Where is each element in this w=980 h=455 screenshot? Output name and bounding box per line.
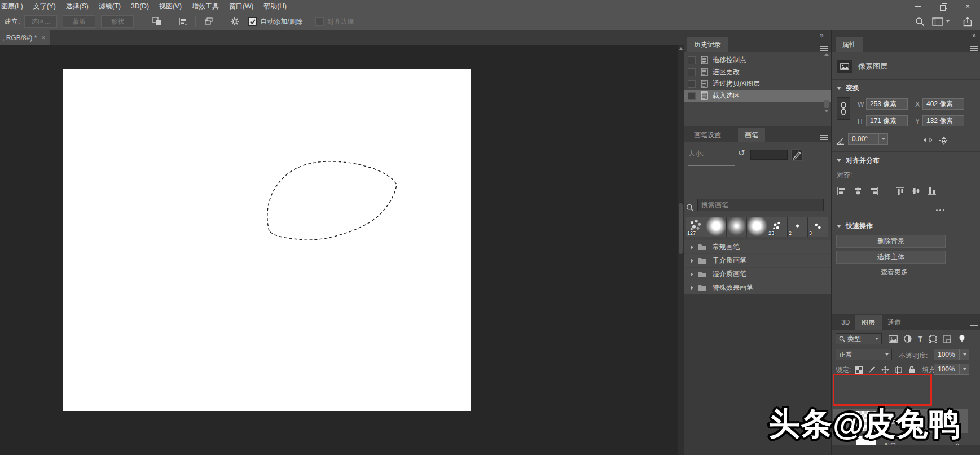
canvas-vertical-scrollbar[interactable] [678,45,684,455]
canvas-surface[interactable] [63,69,471,411]
menu-layer[interactable]: 图层(L) [0,2,28,11]
fill-dropdown[interactable] [960,364,969,375]
lock-artboard-nesting-button[interactable] [895,366,903,374]
align-left-button[interactable] [837,184,846,198]
scroll-down-arrow[interactable] [824,110,829,112]
brush-search-input[interactable] [697,199,824,211]
menu-plugins[interactable]: 增效工具 [187,2,224,11]
search-button[interactable] [912,15,928,28]
tab-brushes[interactable]: 画笔 [738,128,765,142]
y-field[interactable]: 132 像素 [922,115,964,126]
tab-brush-settings[interactable]: 画笔设置 [687,128,728,142]
auto-add-delete-option[interactable]: 自动添加/删除 [248,17,302,27]
brush-preset-soft-round[interactable] [727,217,747,237]
height-field[interactable]: 171 像素 [866,115,908,126]
blend-mode-select[interactable]: 正常 [836,349,892,360]
brush-preset-hard-round[interactable]: 2 [788,217,808,237]
brush-preset-spatter[interactable]: 23 [767,217,788,237]
brush-stroke-edit-button[interactable] [791,148,803,161]
flip-vertical-button[interactable] [939,133,948,147]
width-field[interactable]: 253 像素 [866,98,908,110]
tab-layers[interactable]: 图层 [855,315,882,330]
close-button[interactable]: × [955,0,980,12]
share-button[interactable] [960,15,975,28]
brush-preset-soft-round[interactable] [747,217,767,237]
select-subject-button[interactable]: 选择主体 [836,251,946,264]
align-section-header[interactable]: 对齐并分布 [837,156,880,165]
align-center-vertical-button[interactable] [912,184,921,198]
history-source-well[interactable] [688,56,696,64]
menu-3d[interactable]: 3D(D) [126,2,154,10]
align-right-button[interactable] [869,184,879,198]
brush-group-special-effects[interactable]: 特殊效果画笔 [684,281,831,294]
path-operations-button[interactable] [149,15,165,28]
brush-group-general[interactable]: 常规画笔 [684,240,831,253]
filter-text-layers-icon[interactable]: T [918,335,922,343]
tab-close-icon[interactable]: × [41,34,45,42]
reset-icon[interactable]: ↺ [738,148,745,158]
menu-select[interactable]: 选择(S) [61,2,94,11]
path-arrangement-button[interactable] [200,15,217,28]
path-alignment-button[interactable] [175,15,191,28]
align-more-options-button[interactable] [933,203,948,217]
scroll-up-arrow[interactable] [679,47,683,50]
history-item[interactable]: 选区更改 [684,66,819,78]
filter-pixel-layers-icon[interactable] [889,335,898,343]
scrollbar-thumb[interactable] [824,100,829,108]
tab-properties[interactable]: 属性 [836,37,863,52]
brush-preset-hard-round[interactable]: 3 [808,217,828,237]
align-center-horizontal-button[interactable] [853,184,863,198]
align-bottom-button[interactable] [928,184,937,198]
checkbox-checked-icon[interactable] [248,18,257,26]
lock-transparent-pixels-button[interactable] [855,366,863,374]
menu-type[interactable]: 文字(Y) [28,2,61,11]
history-source-well[interactable] [688,80,696,88]
align-edges-option[interactable]: 对齐边缘 [315,17,354,27]
align-top-button[interactable] [896,184,905,198]
document-tab[interactable]: , RGB/8#) * × [0,30,50,45]
flip-horizontal-button[interactable] [922,133,933,147]
menu-filter[interactable]: 滤镜(T) [94,2,126,11]
collapse-panels-icon[interactable]: » [972,32,975,40]
angle-field[interactable]: 0.00° [848,133,878,145]
filter-shape-layers-icon[interactable] [929,335,937,343]
tab-history[interactable]: 历史记录 [687,37,728,52]
brush-group-wet-media[interactable]: 湿介质画笔 [684,268,831,281]
workspace-switcher-button[interactable] [929,15,953,28]
history-item[interactable]: 通过拷贝的图层 [684,78,819,90]
scrollbar-thumb[interactable] [679,203,683,254]
tab-channels[interactable]: 通道 [881,315,908,330]
brush-size-slider[interactable] [688,165,735,166]
view-more-link[interactable]: 查看更多 [881,268,908,277]
collapse-panels-icon[interactable]: » [820,32,823,40]
lock-position-button[interactable] [881,366,889,374]
opacity-field[interactable]: 100% [934,349,960,360]
filter-smart-objects-icon[interactable] [943,335,951,343]
angle-dropdown[interactable] [878,133,888,145]
chevron-right-icon[interactable] [691,245,693,250]
filter-toggle-pin-icon[interactable] [959,335,965,343]
menu-help[interactable]: 帮助(H) [258,2,292,11]
make-mask-button[interactable]: 蒙版 [63,15,95,28]
tool-settings-button[interactable] [227,15,243,28]
history-source-well[interactable] [688,68,696,76]
make-shape-button[interactable]: 形状 [101,15,134,28]
transform-section-header[interactable]: 变换 [837,84,859,93]
brush-preset-scatter[interactable]: 127 [686,217,706,237]
brush-group-dry-media[interactable]: 干介质画笔 [684,254,831,267]
link-dimensions-toggle[interactable] [837,97,850,120]
make-selection-button[interactable]: 选区... [24,15,57,28]
canvas-area[interactable] [0,45,678,455]
history-source-well[interactable] [688,92,696,100]
brush-preset-soft-round[interactable] [706,217,727,237]
layer-filter-type-select[interactable]: 类型 [836,333,882,344]
scroll-up-arrow[interactable] [824,53,829,56]
menu-window[interactable]: 窗口(W) [224,2,258,11]
fill-field[interactable]: 100% [934,364,960,375]
menu-view[interactable]: 视图(V) [154,2,187,11]
restore-button[interactable] [930,0,955,12]
lock-image-pixels-button[interactable] [868,366,876,374]
history-item[interactable]: 拖移控制点 [684,54,819,66]
chevron-right-icon[interactable] [691,272,693,277]
remove-background-button[interactable]: 删除背景 [836,235,946,248]
